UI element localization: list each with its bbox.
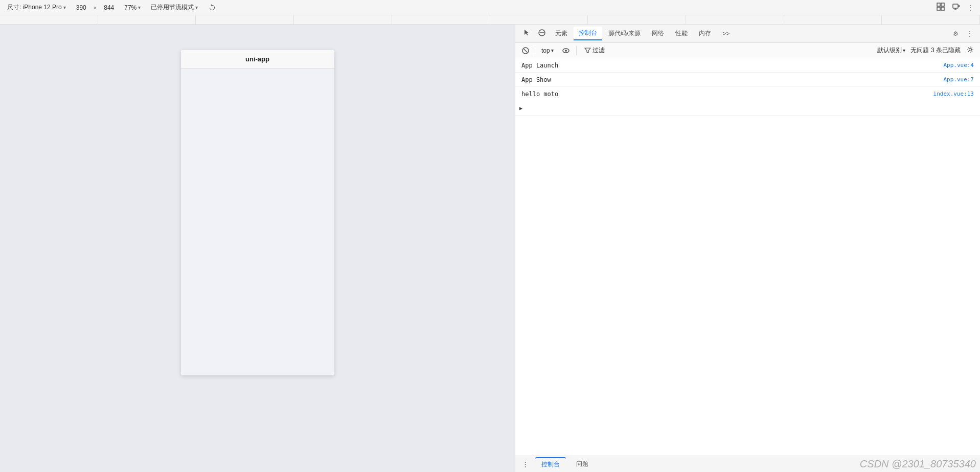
level-arrow-icon: ▾ [903, 48, 905, 53]
ruler-segment [196, 15, 294, 24]
devtools-toolbar: top ▾ 过滤 默认级别 ▾ 无问题 [515, 43, 980, 58]
toolbar-separator-1 [535, 46, 535, 55]
mode-selector[interactable]: 已停用节流模式 ▾ [148, 2, 201, 13]
ruler-segment [392, 15, 490, 24]
console-entry-app-show: App Show App.vue:7 [515, 73, 980, 87]
devtools-tabs-right: ⚙ ⋮ [950, 29, 976, 39]
top-arrow-icon: ▾ [551, 48, 554, 53]
ruler-segment [490, 15, 588, 24]
devtools-bottom: ⋮ 控制台 问题 CSDN @2301_80735340 [515, 456, 980, 472]
inspect-icon-btn[interactable] [934, 1, 947, 14]
svg-rect-5 [959, 5, 960, 7]
console-settings-btn[interactable] [965, 45, 976, 56]
entry-text-hello-moto: hello moto [521, 91, 933, 98]
device-label: 尺寸: iPhone 12 Pro [7, 3, 62, 12]
device-arrow-icon: ▾ [63, 5, 66, 10]
mode-label: 已停用节流模式 [151, 3, 194, 12]
cursor-icon [522, 29, 531, 37]
svg-rect-1 [941, 3, 944, 6]
ruler-segment [588, 15, 686, 24]
zoom-selector[interactable]: 77% ▾ [121, 3, 144, 12]
tab-sources-label: 源代码/来源 [608, 30, 641, 37]
tab-performance-label: 性能 [675, 30, 688, 37]
device-selector[interactable]: 尺寸: iPhone 12 Pro ▾ [4, 2, 69, 13]
ruler-segment [882, 15, 980, 24]
more-icon-btn[interactable]: ⋮ [965, 3, 976, 13]
main-layout: uni-app 元素 控 [0, 25, 980, 472]
height-field[interactable]: 844 [101, 3, 117, 12]
devtools-panel: 元素 控制台 源代码/来源 网络 性能 内存 >> ⚙ [515, 25, 980, 472]
bottom-tab-issues-label: 问题 [576, 460, 588, 467]
svg-rect-3 [941, 7, 944, 10]
filter-btn[interactable]: 过滤 [580, 44, 609, 56]
prohibited-icon [538, 29, 546, 37]
no-issues-label: 无问题 [910, 46, 929, 55]
svg-line-11 [524, 49, 528, 52]
device-panel: uni-app [0, 25, 515, 472]
inspect-icon [937, 3, 945, 11]
tab-console[interactable]: 控制台 [574, 27, 602, 40]
svg-rect-2 [937, 7, 940, 10]
tab-sources[interactable]: 源代码/来源 [603, 27, 646, 40]
entry-link-app-show[interactable]: App.vue:7 [943, 76, 974, 83]
top-label: top [541, 47, 550, 54]
ruler [0, 15, 980, 25]
filter-label: 过滤 [592, 46, 605, 55]
tab-memory-label: 内存 [699, 30, 711, 37]
console-entry-hello-moto: hello moto index.vue:13 [515, 87, 980, 101]
settings-icon-btn[interactable]: ⚙ [950, 29, 962, 39]
devtools-more-btn[interactable]: ⋮ [964, 29, 976, 39]
bottom-more-icon[interactable]: ⋮ [519, 459, 531, 469]
zoom-arrow-icon: ▾ [138, 5, 141, 10]
ruler-segment [784, 15, 882, 24]
eye-icon [562, 47, 570, 55]
svg-point-13 [565, 50, 567, 52]
tab-elements[interactable]: 元素 [550, 27, 573, 40]
toolbar-separator-2 [576, 46, 577, 55]
height-value: 844 [104, 4, 114, 11]
bottom-tab-issues[interactable]: 问题 [570, 458, 595, 470]
expand-arrow-icon[interactable]: ▶ [519, 105, 522, 111]
level-dropdown[interactable]: 默认级别 ▾ [874, 45, 908, 56]
tab-more[interactable]: >> [717, 28, 735, 39]
devices-icon [952, 3, 960, 11]
entry-text-app-launch: App Launch [521, 62, 943, 69]
device-frame: uni-app [181, 50, 334, 375]
entry-text-app-show: App Show [521, 76, 943, 83]
entry-link-app-launch[interactable]: App.vue:4 [943, 62, 974, 69]
level-label: 默认级别 [877, 46, 902, 55]
rotate-btn[interactable] [205, 3, 219, 13]
tab-network[interactable]: 网络 [647, 27, 669, 40]
top-context-dropdown[interactable]: top ▾ [538, 46, 557, 55]
toolbar-right-icons: ⋮ [934, 1, 976, 14]
entry-link-hello-moto[interactable]: index.vue:13 [933, 91, 974, 97]
device-content [181, 69, 334, 375]
devtools-tabs: 元素 控制台 源代码/来源 网络 性能 内存 >> ⚙ [515, 25, 980, 43]
console-entry-arrow[interactable]: ▶ [515, 101, 980, 116]
watermark-text: CSDN @2301_80735340 [860, 458, 976, 470]
ruler-segment [686, 15, 784, 24]
rotate-icon [208, 4, 216, 12]
devtools-more-icon: ⋮ [967, 30, 973, 37]
gear-icon [967, 46, 974, 53]
settings-icon: ⚙ [953, 30, 959, 37]
svg-point-14 [969, 49, 972, 51]
bottom-options: CSDN @2301_80735340 [860, 458, 976, 470]
clear-console-btn[interactable] [519, 44, 532, 57]
inspect-elements-icon[interactable] [519, 27, 534, 40]
svg-rect-4 [953, 4, 958, 8]
no-entry-icon[interactable] [535, 27, 549, 40]
devices-icon-btn[interactable] [949, 1, 963, 14]
bottom-tab-console[interactable]: 控制台 [535, 457, 566, 471]
zoom-value: 77% [124, 4, 136, 11]
app-title: uni-app [245, 55, 269, 63]
width-field[interactable]: 390 [73, 3, 89, 12]
tab-memory[interactable]: 内存 [694, 27, 716, 40]
filter-icon [584, 47, 591, 54]
eye-btn[interactable] [559, 44, 573, 57]
width-value: 390 [76, 4, 86, 11]
dimension-cross: × [94, 5, 97, 11]
more-icon: ⋮ [967, 4, 973, 11]
console-entry-app-launch: App Launch App.vue:4 [515, 58, 980, 73]
tab-performance[interactable]: 性能 [670, 27, 693, 40]
